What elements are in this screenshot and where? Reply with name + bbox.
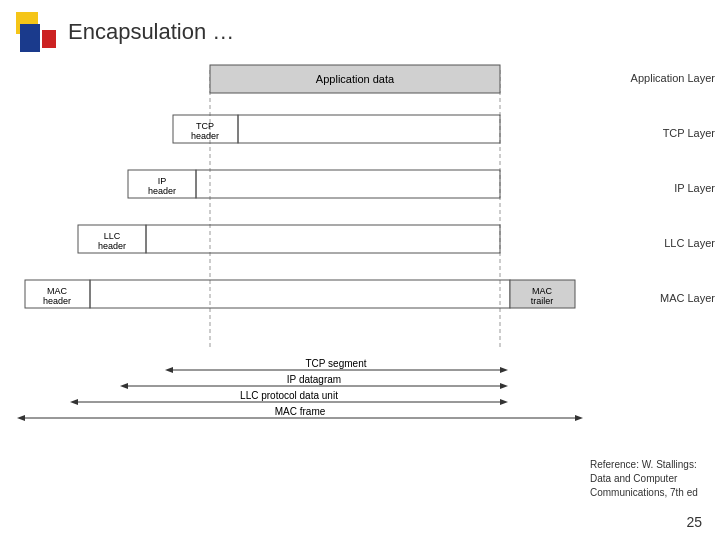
- svg-text:IP: IP: [158, 176, 167, 186]
- svg-marker-28: [120, 383, 128, 389]
- label-ip: IP Layer: [674, 182, 715, 194]
- reference-text: Reference: W. Stallings: Data and Comput…: [590, 458, 710, 500]
- svg-text:IP datagram: IP datagram: [287, 374, 341, 385]
- svg-text:TCP segment: TCP segment: [306, 358, 367, 369]
- label-tcp: TCP Layer: [663, 127, 715, 139]
- encapsulation-diagram: Application data TCP header IP header LL…: [10, 60, 600, 490]
- svg-marker-33: [500, 399, 508, 405]
- svg-text:TCP: TCP: [196, 121, 214, 131]
- svg-marker-25: [500, 367, 508, 373]
- svg-rect-15: [146, 225, 500, 253]
- svg-text:header: header: [191, 131, 219, 141]
- svg-text:trailer: trailer: [531, 296, 554, 306]
- logo: [16, 12, 56, 52]
- label-mac: MAC Layer: [660, 292, 715, 304]
- svg-text:header: header: [43, 296, 71, 306]
- svg-marker-36: [17, 415, 25, 421]
- svg-text:Application data: Application data: [316, 73, 395, 85]
- svg-text:MAC: MAC: [47, 286, 68, 296]
- svg-rect-11: [196, 170, 500, 198]
- svg-text:MAC frame: MAC frame: [275, 406, 326, 417]
- svg-text:LLC protocol data unit: LLC protocol data unit: [240, 390, 338, 401]
- svg-text:LLC: LLC: [104, 231, 121, 241]
- page-number: 25: [686, 514, 702, 530]
- svg-text:MAC: MAC: [532, 286, 553, 296]
- label-application: Application Layer: [631, 72, 715, 84]
- page-title: Encapsulation …: [68, 19, 234, 45]
- svg-marker-24: [165, 367, 173, 373]
- svg-text:header: header: [148, 186, 176, 196]
- reference-content: Reference: W. Stallings: Data and Comput…: [590, 459, 698, 498]
- header: Encapsulation …: [0, 0, 720, 58]
- svg-marker-29: [500, 383, 508, 389]
- svg-marker-37: [575, 415, 583, 421]
- logo-red: [42, 30, 56, 48]
- svg-rect-7: [238, 115, 500, 143]
- svg-marker-32: [70, 399, 78, 405]
- logo-blue: [20, 24, 40, 52]
- svg-text:header: header: [98, 241, 126, 251]
- svg-rect-19: [90, 280, 510, 308]
- diagram-svg: Application data TCP header IP header LL…: [10, 60, 600, 490]
- label-llc: LLC Layer: [664, 237, 715, 249]
